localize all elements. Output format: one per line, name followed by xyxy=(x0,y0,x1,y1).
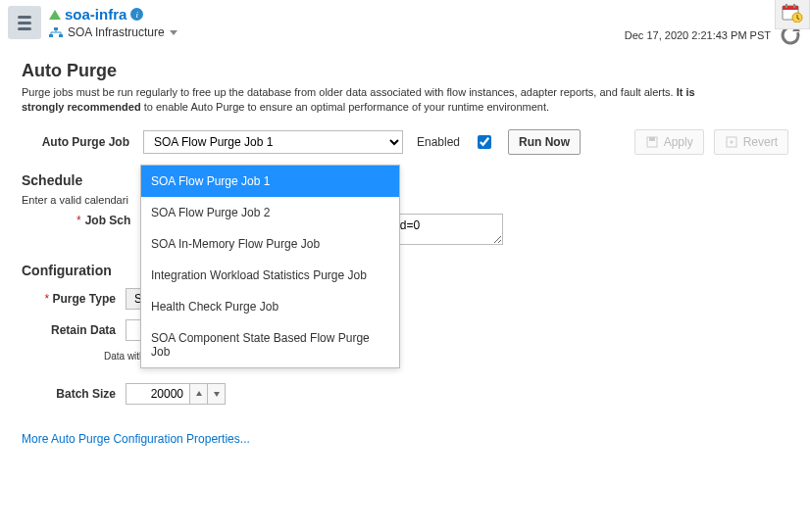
nav-menu-button[interactable] xyxy=(8,6,41,39)
revert-button[interactable]: Revert xyxy=(714,129,788,155)
job-option[interactable]: SOA In-Memory Flow Purge Job xyxy=(141,228,399,260)
batch-size-spinner[interactable] xyxy=(126,383,226,405)
job-label: Auto Purge Job xyxy=(22,135,129,149)
apply-icon xyxy=(645,135,659,149)
revert-icon xyxy=(725,135,738,149)
chevron-down-icon xyxy=(170,30,177,35)
breadcrumb-label: SOA Infrastructure xyxy=(68,25,165,39)
job-dropdown-list[interactable]: SOA Flow Purge Job 1 SOA Flow Purge Job … xyxy=(140,165,400,368)
batch-up-button[interactable] xyxy=(189,384,207,404)
page-description: Purge jobs must be run regularly to free… xyxy=(22,85,708,116)
svg-rect-9 xyxy=(649,137,655,141)
svg-rect-4 xyxy=(783,6,798,10)
enabled-label: Enabled xyxy=(417,135,460,149)
breadcrumb-menu[interactable]: SOA Infrastructure xyxy=(49,25,625,39)
purge-type-label: * Purge Type xyxy=(22,292,116,306)
status-up-icon xyxy=(49,10,61,20)
svg-rect-6 xyxy=(793,4,795,8)
schedule-heading: Schedule xyxy=(22,172,788,188)
timestamp: Dec 17, 2020 2:21:43 PM PST xyxy=(625,29,771,41)
job-option[interactable]: SOA Flow Purge Job 2 xyxy=(141,197,399,228)
enabled-checkbox[interactable] xyxy=(478,135,491,149)
schedule-hint: Enter a valid calendari xyxy=(22,194,788,206)
svg-rect-0 xyxy=(54,27,58,30)
hierarchy-icon xyxy=(49,27,63,37)
job-option[interactable]: SOA Flow Purge Job 1 xyxy=(141,166,399,197)
job-option[interactable]: Health Check Purge Job xyxy=(141,291,399,322)
apply-button[interactable]: Apply xyxy=(634,129,704,155)
svg-rect-1 xyxy=(49,34,53,37)
batch-down-button[interactable] xyxy=(207,384,225,404)
job-schedule-label: * Job Sch xyxy=(76,214,130,227)
calendar-button[interactable] xyxy=(775,0,810,29)
batch-size-input[interactable] xyxy=(127,384,189,404)
page-title: Auto Purge xyxy=(22,61,788,81)
config-heading: Configuration xyxy=(22,263,788,278)
svg-rect-5 xyxy=(785,4,787,8)
job-option[interactable]: Integration Workload Statistics Purge Jo… xyxy=(141,260,399,291)
job-option[interactable]: SOA Component State Based Flow Purge Job xyxy=(141,322,399,367)
run-now-button[interactable]: Run Now xyxy=(508,129,581,155)
info-icon[interactable]: i xyxy=(130,8,143,21)
app-title: soa-infra xyxy=(65,6,127,23)
more-config-link[interactable]: More Auto Purge Configuration Properties… xyxy=(22,432,250,446)
retain-data-label: Retain Data xyxy=(22,323,116,337)
batch-size-label: Batch Size xyxy=(22,387,116,401)
svg-rect-2 xyxy=(59,34,63,37)
auto-purge-job-select[interactable]: SOA Flow Purge Job 1 xyxy=(143,130,403,154)
